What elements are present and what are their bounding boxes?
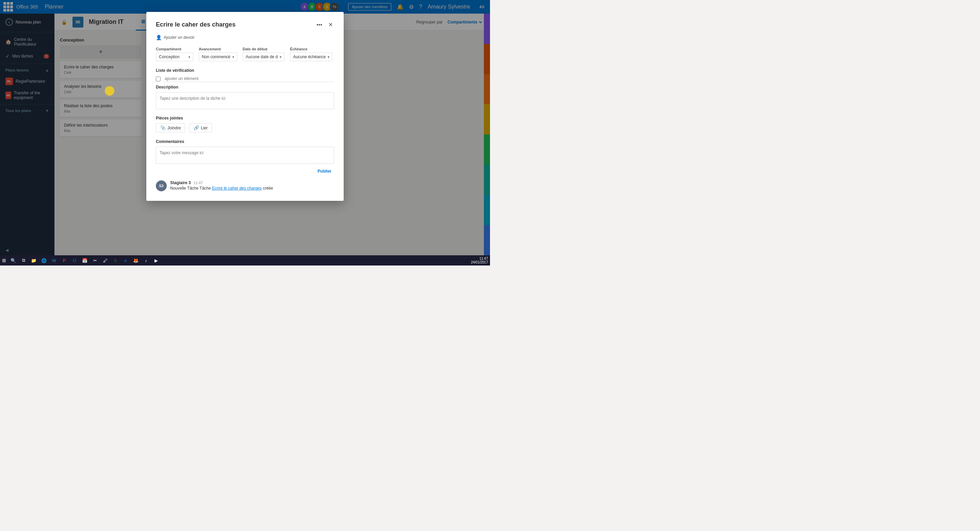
description-title: Description [156,85,334,89]
date-debut-value: Aucune date de d [246,54,278,59]
checklist-section: Liste de vérification [156,68,334,82]
checklist-title: Liste de vérification [156,68,334,73]
echeance-value: Aucune échéance [293,54,326,59]
comment-body: Stagiaire 3 11:47 Nouvelle Tâche Tâche E… [170,180,334,191]
joindre-button[interactable]: 📎 Joindre [156,123,185,132]
modal-controls: ••• ✕ [315,20,334,29]
date-debut-field: Date de début Aucune date de d ▾ [243,47,285,61]
taskbar-outlook-icon[interactable]: O [70,256,79,265]
clock-date: 24/01/2017 [471,260,488,264]
comment-text: Nouvelle Tâche Tâche Ecrire le caher des… [170,186,334,191]
modal-fields: Compartiment Conception ▾ Avancement Non… [156,47,334,61]
add-devoir-button[interactable]: 👤 Ajouter un devoir [156,35,334,40]
taskbar-snip-icon[interactable]: ✂ [91,256,99,265]
comment-entry-1: S3 Stagiaire 3 11:47 Nouvelle Tâche Tâch… [156,180,334,191]
modal-title: Ecrire le caher des charges [156,21,235,28]
attachments-section: Pièces jointes 📎 Joindre 🔗 Lier [156,116,334,132]
modal-more-button[interactable]: ••• [315,21,324,29]
taskbar-taskview-icon[interactable]: ⧉ [19,256,28,265]
echeance-select[interactable]: Aucune échéance ▾ [290,53,332,61]
comment-time: 11:47 [194,181,203,185]
task-modal: Ecrire le caher des charges ••• ✕ 👤 Ajou… [146,12,344,201]
comment-text-prefix: Nouvelle Tâche [170,186,198,191]
add-devoir-icon: 👤 [156,35,162,40]
checklist-checkbox[interactable] [156,77,161,81]
add-devoir-label: Ajouter un devoir [164,35,195,40]
taskbar-search-icon[interactable]: 🔍 [9,256,18,265]
comment-suffix: créée [263,186,273,191]
avancement-select[interactable]: Non commencé ▾ [199,53,237,61]
taskbar-calendar-icon[interactable]: 📅 [80,256,89,265]
description-section: Description [156,85,334,110]
avancement-label: Avancement [199,47,237,51]
taskbar-media-icon[interactable]: ▶ [152,256,161,265]
taskbar-edge-icon[interactable]: e [121,256,130,265]
taskbar-excel-icon[interactable]: X [111,256,120,265]
avancement-value: Non commencé [202,54,231,59]
taskbar-ie-icon[interactable]: 🌐 [40,256,48,265]
description-input[interactable] [156,92,334,109]
echeance-field: Échéance Aucune échéance ▾ [290,47,332,61]
avancement-chevron: ▾ [232,55,234,59]
comment-input[interactable] [156,147,334,164]
taskbar-explorer-icon[interactable]: 📁 [29,256,38,265]
date-debut-label: Date de début [243,47,285,51]
attachment-buttons: 📎 Joindre 🔗 Lier [156,123,334,132]
comments-title: Commentaires [156,139,334,144]
attachments-title: Pièces jointes [156,116,334,121]
taskbar: ⊞ 🔍 ⧉ 📁 🌐 W P O 📅 ✂ 🖊 X e 🦊 ♪ ▶ 11:47 24… [0,255,490,266]
modal-close-button[interactable]: ✕ [327,20,334,29]
checklist-item-1 [156,76,334,82]
taskbar-winamp-icon[interactable]: ♪ [142,256,150,265]
lier-button[interactable]: 🔗 Lier [189,123,212,132]
taskbar-time: 11:47 24/01/2017 [471,257,488,264]
taskbar-ppt-icon[interactable]: P [60,256,69,265]
checklist-input[interactable] [163,76,334,82]
comment-header: Stagiaire 3 11:47 [170,180,334,185]
joindre-icon: 📎 [160,125,166,130]
taskbar-firefox-icon[interactable]: 🦊 [131,256,140,265]
compartiment-value: Conception [159,54,180,59]
date-debut-chevron: ▾ [280,55,282,59]
taskbar-right: 11:47 24/01/2017 [471,257,488,264]
avancement-field: Avancement Non commencé ▾ [199,47,237,61]
clock-time: 11:47 [471,257,488,260]
comment-author: Stagiaire 3 [170,180,191,185]
compartiment-select[interactable]: Conception ▾ [156,53,193,61]
lier-label: Lier [201,126,208,130]
start-button[interactable]: ⊞ [2,258,6,263]
comments-section: Commentaires Publier S3 Stagiaire 3 11:4… [156,139,334,191]
date-debut-select[interactable]: Aucune date de d ▾ [243,53,285,61]
echeance-label: Échéance [290,47,332,51]
joindre-label: Joindre [167,126,181,130]
compartiment-label: Compartiment [156,47,193,51]
publish-button[interactable]: Publier [315,167,334,175]
echeance-chevron: ▾ [328,55,329,59]
compartiment-chevron: ▾ [189,55,190,59]
modal-header: Ecrire le caher des charges ••• ✕ [156,20,334,29]
lier-icon: 🔗 [194,125,199,130]
comment-avatar: S3 [156,180,167,191]
taskbar-word-icon[interactable]: W [50,256,59,265]
publish-row: Publier [156,167,334,175]
comment-link[interactable]: Ecrire le caher des charges [212,186,262,191]
taskbar-paint-icon[interactable]: 🖊 [101,256,110,265]
taskbar-icons: 🔍 ⧉ 📁 🌐 W P O 📅 ✂ 🖊 X e 🦊 ♪ ▶ [9,256,161,265]
compartiment-field: Compartiment Conception ▾ [156,47,193,61]
